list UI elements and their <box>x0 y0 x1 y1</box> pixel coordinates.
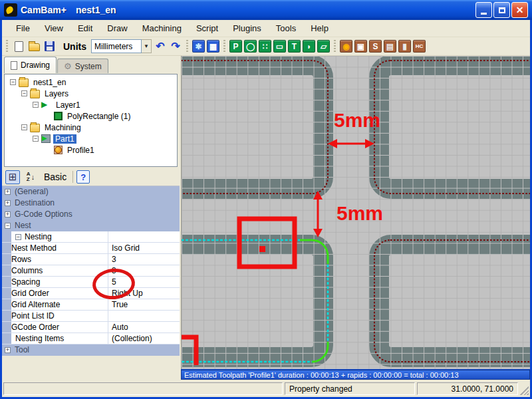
tree-item-layers[interactable]: −Layers <box>5 88 177 99</box>
snap-grid-icon[interactable]: ✱ <box>192 40 205 53</box>
draw-text-icon[interactable]: T <box>288 40 301 53</box>
tree-item-label: Layer1 <box>54 100 82 110</box>
show-grid-icon[interactable]: ▦ <box>207 40 219 53</box>
mop-drill-icon[interactable]: ◉ <box>340 40 352 53</box>
mop-profile-icon[interactable]: ▤ <box>384 40 396 53</box>
menu-edit[interactable]: Edit <box>72 21 98 35</box>
drawing-canvas[interactable]: 5mm 5mm <box>181 56 530 369</box>
expand-icon[interactable]: + <box>5 189 11 195</box>
tree-item-polyrectangle-1-[interactable]: PolyRectangle (1) <box>5 110 177 122</box>
alphabetical-sort-button[interactable]: AZ↓ <box>23 170 38 184</box>
status-panel-left <box>3 382 283 395</box>
left-panel: Drawing ⚙ System −nest1_en−Layers−▶Layer… <box>2 56 180 381</box>
expand-icon[interactable]: + <box>5 347 11 353</box>
cambam-window: CamBam+ nest1_en ✕ FileViewEditDrawMachi… <box>0 0 532 399</box>
draw-points-icon[interactable]: ∷ <box>259 40 271 53</box>
tree-item-profile1[interactable]: Profile1 <box>5 144 177 156</box>
toolbar-grip[interactable] <box>223 40 225 53</box>
mop-gcode-icon[interactable]: HC <box>413 40 426 53</box>
tree-item-layer1[interactable]: −▶Layer1 <box>5 99 177 110</box>
collapse-icon[interactable]: − <box>33 136 39 142</box>
property-row-grid-alternate[interactable]: Grid AlternateTrue <box>2 299 180 311</box>
redo-icon[interactable]: ↷ <box>169 40 182 53</box>
menu-script[interactable]: Script <box>190 21 224 35</box>
mop-vcarve-icon[interactable]: ▮ <box>398 40 411 53</box>
collapse-icon[interactable]: − <box>33 102 39 108</box>
property-value[interactable]: Right Up <box>108 288 180 299</box>
save-file-icon[interactable] <box>43 40 56 53</box>
menu-file[interactable]: File <box>10 21 36 35</box>
property-row-columns[interactable]: Columns3 <box>2 265 180 277</box>
menu-draw[interactable]: Draw <box>101 21 133 35</box>
mop-engrave-icon[interactable]: S <box>369 40 382 53</box>
property-row-rows[interactable]: Rows3 <box>2 254 180 265</box>
collapse-icon[interactable]: − <box>21 90 27 96</box>
tab-drawing[interactable]: Drawing <box>4 57 57 73</box>
property-value[interactable] <box>108 311 180 321</box>
property-value[interactable]: Auto <box>108 322 180 332</box>
property-row-nest-method[interactable]: Nest MethodIso Grid <box>2 243 180 254</box>
category-g-code-options[interactable]: +G-Code Options <box>2 209 180 220</box>
property-row-spacing[interactable]: Spacing5 <box>2 277 180 288</box>
draw-polyline-icon[interactable]: P <box>229 40 242 53</box>
minimize-button[interactable] <box>475 2 492 18</box>
close-button[interactable]: ✕ <box>511 2 528 18</box>
property-value[interactable]: 3 <box>108 254 180 265</box>
collapse-icon[interactable]: − <box>21 124 27 130</box>
units-combobox[interactable]: Millimeters▼ <box>91 39 152 53</box>
category--general-[interactable]: +(General) <box>2 186 180 198</box>
property-value[interactable]: 3 <box>108 265 180 276</box>
part-icon <box>41 134 51 143</box>
collapse-icon[interactable]: − <box>5 223 11 229</box>
tree-item-label: Profile1 <box>65 146 96 155</box>
collapse-icon[interactable]: − <box>10 79 16 85</box>
property-value[interactable]: 5 <box>108 277 180 287</box>
draw-arc-icon[interactable]: ◗ <box>303 40 315 53</box>
draw-rectangle-icon[interactable]: ▭ <box>273 40 286 53</box>
property-row-nesting[interactable]: −Nesting <box>2 231 180 243</box>
collapse-icon[interactable]: − <box>15 234 21 240</box>
property-value[interactable] <box>108 231 180 242</box>
tree-item-part1[interactable]: −Part1 <box>5 133 177 144</box>
category-nest[interactable]: −Nest <box>2 220 180 231</box>
toolbar-grip[interactable] <box>334 40 336 53</box>
help-button[interactable]: ? <box>76 170 90 184</box>
property-row-grid-order[interactable]: Grid OrderRight Up <box>2 288 180 299</box>
tree-item-machining[interactable]: −Machining <box>5 122 177 133</box>
property-toolbar: ⊞ AZ↓ Basic ? <box>2 168 180 186</box>
property-name: Grid Alternate <box>11 300 60 309</box>
categorized-view-button[interactable]: ⊞ <box>5 170 20 184</box>
property-value[interactable]: Iso Grid <box>108 243 180 253</box>
menu-tools[interactable]: Tools <box>270 21 302 35</box>
maximize-button[interactable] <box>493 2 510 18</box>
property-row-gcode-order[interactable]: GCode OrderAuto <box>2 322 180 333</box>
menu-help[interactable]: Help <box>305 21 334 35</box>
draw-surface-icon[interactable]: ▱ <box>317 40 330 53</box>
category-tool[interactable]: +Tool <box>2 344 180 356</box>
row-gutter <box>2 322 11 332</box>
open-file-icon[interactable] <box>27 40 41 53</box>
menu-plugins[interactable]: Plugins <box>227 21 267 35</box>
menu-view[interactable]: View <box>39 21 69 35</box>
units-value[interactable]: Millimeters <box>91 39 142 53</box>
expand-icon[interactable]: + <box>5 211 11 217</box>
property-grid: +(General)+Destination+G-Code Options−Ne… <box>2 186 180 356</box>
tree-item-nest1-en[interactable]: −nest1_en <box>5 76 177 88</box>
tab-system[interactable]: ⚙ System <box>57 59 108 73</box>
property-row-nesting-items[interactable]: Nesting Items(Collection) <box>2 333 180 344</box>
property-value[interactable]: (Collection) <box>108 333 180 344</box>
property-value[interactable]: True <box>108 299 180 310</box>
mop-pocket-icon[interactable]: ▣ <box>354 40 367 53</box>
property-row-point-list-id[interactable]: Point List ID <box>2 311 180 322</box>
new-file-icon[interactable] <box>12 40 25 53</box>
undo-icon[interactable]: ↶ <box>154 40 167 53</box>
row-gutter <box>2 277 11 287</box>
menu-machining[interactable]: Machining <box>136 21 188 35</box>
resize-grip[interactable] <box>520 386 529 395</box>
toolbar-grip[interactable] <box>6 40 8 53</box>
units-dropdown-arrow-icon[interactable]: ▼ <box>142 39 152 53</box>
draw-circle-icon[interactable]: ◯ <box>244 40 257 53</box>
expand-icon[interactable]: + <box>5 200 11 206</box>
toolbar-grip[interactable] <box>186 40 188 53</box>
category-destination[interactable]: +Destination <box>2 198 180 209</box>
